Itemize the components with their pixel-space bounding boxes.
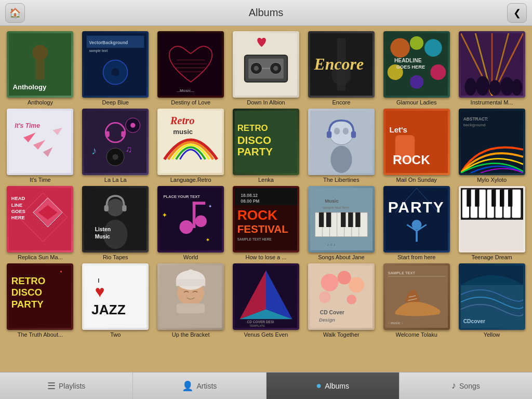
svg-rect-127 bbox=[326, 212, 331, 227]
svg-rect-154 bbox=[500, 190, 504, 207]
album-libertines[interactable]: The Libertines bbox=[305, 109, 377, 183]
album-bracket[interactable]: Up the Bracket bbox=[155, 263, 227, 338]
album-yellow[interactable]: CDcover Yellow bbox=[456, 263, 528, 338]
album-yellow-title: Yellow bbox=[484, 331, 500, 338]
svg-text:DISCO: DISCO bbox=[11, 287, 42, 298]
svg-text:PARTY: PARTY bbox=[11, 299, 44, 310]
album-lenka[interactable]: RETRO DISCO PARTY Lenka bbox=[230, 109, 302, 183]
svg-rect-97 bbox=[104, 205, 109, 211]
album-welcome-title: Welcome Tolaku bbox=[396, 331, 437, 338]
svg-text:...Music...: ...Music... bbox=[177, 88, 194, 93]
album-anthology-title: Anthology bbox=[28, 99, 53, 105]
svg-rect-75 bbox=[327, 131, 331, 138]
svg-rect-58 bbox=[122, 131, 126, 137]
svg-rect-171 bbox=[177, 303, 205, 313]
svg-text:GOES HERE: GOES HERE bbox=[396, 64, 425, 70]
album-down-albion[interactable]: Down In Albion bbox=[230, 31, 302, 105]
svg-text:♥: ♥ bbox=[95, 282, 105, 301]
svg-rect-129 bbox=[348, 212, 353, 227]
page-title: Albums bbox=[249, 7, 284, 19]
album-start-title: Start from here bbox=[397, 254, 435, 260]
album-anthology[interactable]: Anthology Anthology bbox=[4, 31, 76, 105]
svg-point-48 bbox=[511, 79, 522, 96]
svg-text:SAMPLE TEXT HERE: SAMPLE TEXT HERE bbox=[237, 237, 272, 241]
back-button[interactable]: ❮ bbox=[507, 3, 527, 23]
svg-point-45 bbox=[476, 76, 489, 96]
album-lose-title: How to lose a ... bbox=[246, 254, 287, 260]
album-rio-title: Rio Tapes bbox=[103, 254, 128, 260]
svg-point-23 bbox=[273, 66, 278, 71]
svg-point-181 bbox=[349, 277, 364, 293]
svg-text:SAMPLE TEXT: SAMPLE TEXT bbox=[388, 271, 415, 275]
svg-rect-151 bbox=[467, 190, 471, 207]
album-mail-title: Mail On Sunday bbox=[396, 177, 437, 183]
svg-rect-49 bbox=[9, 111, 71, 173]
svg-text:RETRO: RETRO bbox=[11, 275, 46, 286]
svg-text:music: music bbox=[173, 128, 193, 136]
album-lenka-title: Lenka bbox=[258, 177, 274, 183]
svg-text:♪ ♫ ♪: ♪ ♫ ♪ bbox=[327, 243, 335, 246]
album-truth[interactable]: RETRO DISCO PARTY ♦ The Truth About... bbox=[4, 263, 76, 338]
nav-playlists[interactable]: ☰ Playlists bbox=[0, 373, 133, 399]
svg-point-46 bbox=[489, 80, 501, 96]
album-deep-blue[interactable]: VectorBackground sample text Deep Blue bbox=[79, 31, 152, 105]
svg-text:Retro: Retro bbox=[170, 115, 195, 126]
svg-text:It's Time: It's Time bbox=[15, 122, 41, 129]
svg-point-44 bbox=[464, 78, 476, 96]
nav-songs[interactable]: ♪ Songs bbox=[400, 373, 532, 399]
album-instrumental[interactable]: Instrumental M... bbox=[456, 31, 528, 105]
nav-artists[interactable]: 👤 Artists bbox=[133, 373, 266, 399]
album-rio[interactable]: Listen Music Rio Tapes bbox=[79, 186, 152, 260]
album-mail[interactable]: Let's ROCK Mail On Sunday bbox=[380, 109, 453, 183]
album-replica[interactable]: HEAD LINE GOES HERE Replica Sun Ma... bbox=[4, 186, 76, 260]
album-its-time[interactable]: It's Time It's Time bbox=[4, 109, 76, 183]
svg-point-77 bbox=[330, 146, 352, 174]
svg-point-179 bbox=[321, 274, 338, 291]
svg-text:FESTIVAL: FESTIVAL bbox=[237, 223, 288, 235]
svg-text:Music: Music bbox=[95, 234, 110, 240]
svg-rect-169 bbox=[176, 279, 205, 286]
album-language[interactable]: Retro music Language.Retro bbox=[155, 109, 227, 183]
album-mylo[interactable]: ABSTRACT: background Mylo Xyloto bbox=[456, 109, 528, 183]
album-venus[interactable]: CD COVER DESI TEMPLATE Venus Gets Even bbox=[230, 263, 302, 338]
album-destiny[interactable]: ...Music... Destiny of Love bbox=[155, 31, 227, 105]
svg-rect-155 bbox=[508, 190, 512, 207]
nav-albums-label: Albums bbox=[325, 382, 349, 390]
nav-artists-label: Artists bbox=[196, 382, 217, 390]
album-welcome[interactable]: SAMPLE TEXT ♪ music ♪ Welcome Tolaku bbox=[380, 263, 453, 338]
svg-point-32 bbox=[410, 36, 423, 50]
svg-point-34 bbox=[430, 64, 446, 80]
svg-point-78 bbox=[334, 128, 340, 135]
svg-point-31 bbox=[424, 39, 442, 57]
album-glamour[interactable]: HEADLINE GOES HERE Glamour Ladies bbox=[380, 31, 453, 105]
nav-albums[interactable]: ● Albums bbox=[267, 373, 400, 399]
svg-point-105 bbox=[195, 216, 207, 228]
svg-text:RETRO: RETRO bbox=[237, 123, 268, 133]
svg-rect-188 bbox=[388, 276, 445, 277]
svg-point-104 bbox=[180, 220, 193, 234]
album-two[interactable]: I ♥ JAZZ Two bbox=[79, 263, 152, 338]
albums-container: Anthology Anthology VectorBackground sam… bbox=[0, 26, 532, 372]
svg-rect-153 bbox=[491, 190, 496, 207]
album-lose[interactable]: 18.08.12 08.00 PM ROCK FESTIVAL SAMPLE T… bbox=[230, 186, 302, 260]
home-button[interactable]: 🏠 bbox=[5, 3, 25, 23]
svg-point-170 bbox=[187, 270, 195, 277]
svg-text:Design: Design bbox=[319, 317, 335, 323]
album-songs[interactable]: Music sample text here ♪ ♫ ♪ Songs About… bbox=[305, 186, 377, 260]
nav-playlists-label: Playlists bbox=[59, 382, 85, 390]
album-walk[interactable]: CD Cover Design Walk Together bbox=[305, 263, 377, 338]
svg-point-79 bbox=[343, 128, 349, 135]
svg-rect-98 bbox=[122, 205, 126, 211]
svg-text:sample text: sample text bbox=[89, 49, 109, 53]
album-walk-title: Walk Together bbox=[323, 331, 360, 338]
album-lalala[interactable]: ♪ ♫ La La La bbox=[79, 109, 152, 183]
album-teenage[interactable]: Teenage Dream bbox=[456, 186, 528, 260]
album-start[interactable]: PARTY Start from here bbox=[380, 186, 453, 260]
album-world[interactable]: PLACE YOUR TEXT ✦ ✦ ✦ World bbox=[155, 186, 227, 260]
svg-rect-156 bbox=[461, 220, 523, 250]
svg-rect-57 bbox=[106, 131, 110, 137]
svg-point-30 bbox=[390, 38, 410, 58]
svg-point-62 bbox=[113, 154, 118, 159]
album-instrumental-title: Instrumental M... bbox=[471, 99, 513, 105]
album-encore[interactable]: Encore Encore bbox=[305, 31, 377, 105]
